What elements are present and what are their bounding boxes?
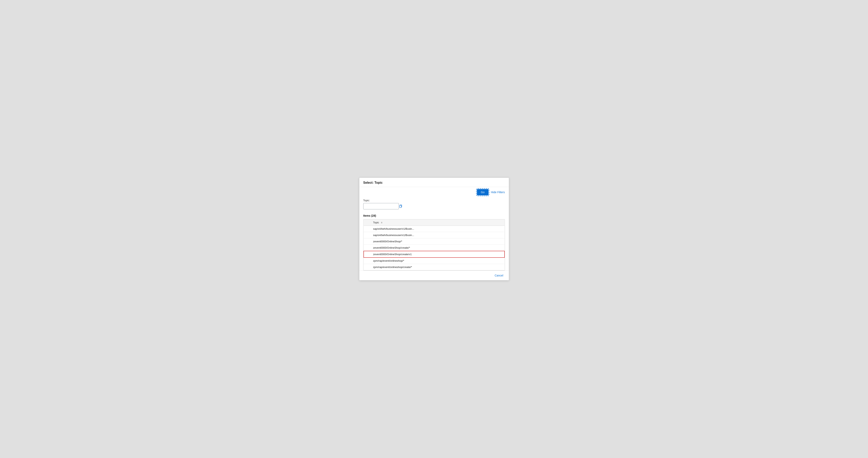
- col-header-checkbox: [364, 219, 371, 226]
- row-topic-cell[interactable]: zpm/rap/event/onlineshop/*: [371, 257, 438, 264]
- topic-input-wrapper: [363, 203, 399, 209]
- table-header-row: Topic ≡: [364, 219, 504, 226]
- select-topic-dialog: Select: Topic Go Hide Filters Topic: Ite…: [359, 178, 509, 280]
- filter-section: Topic:: [359, 197, 509, 213]
- row-checkbox-cell: [364, 238, 371, 245]
- row-checkbox-cell: [364, 251, 371, 257]
- sort-icon[interactable]: ≡: [381, 221, 382, 224]
- dialog-toolbar: Go Hide Filters: [359, 187, 509, 197]
- row-checkbox-cell: [364, 245, 371, 251]
- table-row[interactable]: zevent0000/OnlineShop/create/v1: [364, 251, 504, 257]
- row-rest-cell: [438, 251, 504, 257]
- items-count: Items (28): [363, 214, 505, 217]
- table-body: sap/s4/beh/businessuser/v1/Busin...sap/s…: [364, 226, 504, 270]
- topics-table: Topic ≡ sap/s4/beh/businessuser/v1/Busin…: [364, 219, 505, 270]
- row-rest-cell: [438, 226, 504, 232]
- table-row[interactable]: zpm/rap/event/onlineshop/create/*: [364, 264, 504, 270]
- row-checkbox-cell: [364, 232, 371, 238]
- row-topic-cell[interactable]: zpm/rap/event/onlineshop/create/*: [371, 264, 438, 270]
- row-rest-cell: [438, 232, 504, 238]
- col-header-topic[interactable]: Topic ≡: [371, 219, 438, 226]
- table-row[interactable]: zevent0000/OnlineShop/create/*: [364, 245, 504, 251]
- go-button[interactable]: Go: [477, 189, 489, 195]
- table-container: Topic ≡ sap/s4/beh/businessuser/v1/Busin…: [363, 219, 505, 271]
- row-topic-cell[interactable]: zevent0000/OnlineShop/create/v1: [371, 251, 438, 257]
- row-topic-cell[interactable]: zevent0000/OnlineShop/*: [371, 238, 438, 245]
- table-row[interactable]: sap/s4/beh/businessuser/v1/Busin...: [364, 232, 504, 238]
- dialog-title: Select: Topic: [363, 181, 383, 184]
- row-topic-cell[interactable]: sap/s4/beh/businessuser/v1/Busin...: [371, 226, 438, 232]
- table-row[interactable]: zevent0000/OnlineShop/*: [364, 238, 504, 245]
- row-checkbox-cell: [364, 257, 371, 264]
- col-header-rest: [438, 219, 504, 226]
- row-rest-cell: [438, 264, 504, 270]
- cancel-button[interactable]: Cancel: [493, 273, 505, 278]
- dialog-header: Select: Topic: [359, 178, 509, 187]
- row-topic-cell[interactable]: sap/s4/beh/businessuser/v1/Busin...: [371, 232, 438, 238]
- row-topic-cell[interactable]: zevent0000/OnlineShop/create/*: [371, 245, 438, 251]
- topic-input[interactable]: [365, 205, 399, 208]
- dialog-footer: Cancel: [359, 271, 509, 280]
- row-checkbox-cell: [364, 264, 371, 270]
- copy-icon[interactable]: [399, 205, 402, 208]
- svg-rect-1: [400, 206, 401, 208]
- topic-filter-label: Topic:: [363, 199, 505, 202]
- row-checkbox-cell: [364, 226, 371, 232]
- hide-filters-link[interactable]: Hide Filters: [491, 191, 505, 194]
- row-rest-cell: [438, 245, 504, 251]
- table-scroll[interactable]: Topic ≡ sap/s4/beh/businessuser/v1/Busin…: [364, 219, 505, 270]
- row-rest-cell: [438, 257, 504, 264]
- table-row[interactable]: zpm/rap/event/onlineshop/*: [364, 257, 504, 264]
- table-row[interactable]: sap/s4/beh/businessuser/v1/Busin...: [364, 226, 504, 232]
- row-rest-cell: [438, 238, 504, 245]
